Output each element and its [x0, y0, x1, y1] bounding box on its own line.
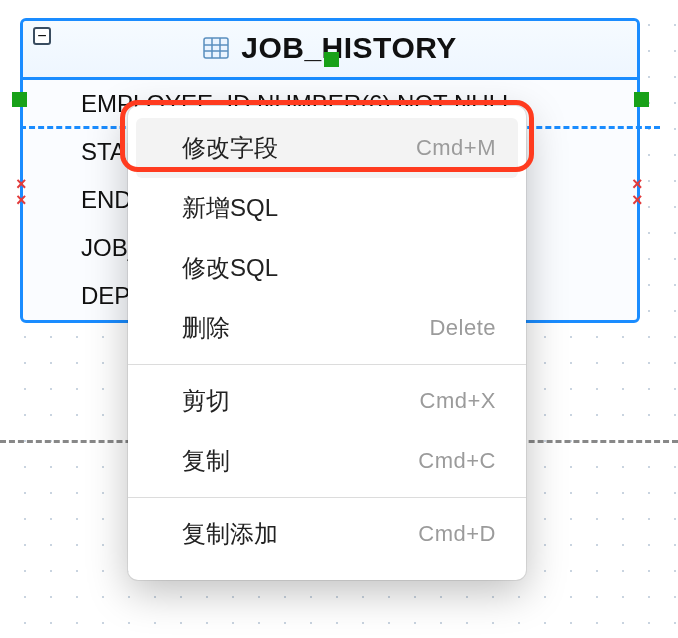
menu-separator [128, 497, 526, 498]
menu-item-modify-field[interactable]: 修改字段 Cmd+M [136, 118, 518, 178]
resize-handle-top[interactable] [324, 52, 339, 67]
menu-item-label: 删除 [182, 312, 230, 344]
context-menu: 修改字段 Cmd+M 新增SQL 修改SQL 删除 Delete 剪切 Cmd+… [128, 106, 526, 580]
menu-item-copy[interactable]: 复制 Cmd+C [128, 431, 526, 491]
menu-item-copy-add[interactable]: 复制添加 Cmd+D [128, 504, 526, 564]
menu-item-delete[interactable]: 删除 Delete [128, 298, 526, 358]
menu-item-shortcut: Cmd+D [418, 521, 496, 547]
anchor-x-left-2: × [16, 192, 32, 208]
entity-title: JOB_HISTORY [241, 31, 457, 65]
menu-item-shortcut: Delete [429, 315, 496, 341]
menu-item-shortcut: Cmd+M [416, 135, 496, 161]
menu-item-new-sql[interactable]: 新增SQL [128, 178, 526, 238]
table-icon [203, 37, 229, 59]
anchor-x-right-2: × [632, 192, 648, 208]
menu-item-label: 修改SQL [182, 252, 278, 284]
menu-item-label: 新增SQL [182, 192, 278, 224]
menu-item-label: 修改字段 [182, 132, 278, 164]
resize-handle-left[interactable] [12, 92, 27, 107]
menu-item-shortcut: Cmd+X [420, 388, 496, 414]
menu-separator [128, 364, 526, 365]
menu-item-modify-sql[interactable]: 修改SQL [128, 238, 526, 298]
menu-item-shortcut: Cmd+C [418, 448, 496, 474]
menu-item-label: 复制添加 [182, 518, 278, 550]
svg-rect-0 [204, 38, 228, 58]
menu-item-cut[interactable]: 剪切 Cmd+X [128, 371, 526, 431]
collapse-button[interactable]: − [33, 27, 51, 45]
menu-item-label: 复制 [182, 445, 230, 477]
resize-handle-right[interactable] [634, 92, 649, 107]
entity-header[interactable]: − JOB_HISTORY [23, 21, 637, 80]
menu-item-label: 剪切 [182, 385, 230, 417]
